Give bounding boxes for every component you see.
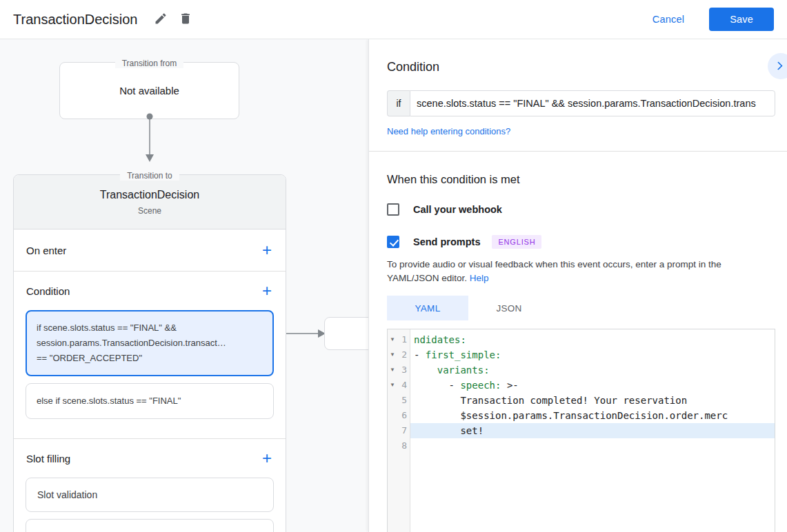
line-code: variants: bbox=[410, 362, 775, 378]
scene-name: TransactionDecision bbox=[100, 189, 199, 201]
slot-cards: Slot validationTransactionDecision bbox=[14, 478, 286, 532]
editor-line[interactable]: 5 Transaction completed! Your reservatio… bbox=[388, 393, 775, 408]
slot-card[interactable]: TransactionDecision bbox=[26, 519, 274, 532]
line-code bbox=[410, 438, 775, 453]
condition-cards: if scene.slots.status == "FINAL" &&sessi… bbox=[14, 310, 286, 438]
line-code: Transaction completed! Your reservation bbox=[410, 393, 775, 408]
add-condition-button[interactable]: + bbox=[261, 283, 273, 299]
editor-line[interactable]: 6 $session.params.TransactionDecision.or… bbox=[388, 408, 775, 423]
chevron-right-icon bbox=[774, 61, 783, 70]
fold-arrow-icon[interactable]: ▼ bbox=[388, 378, 397, 393]
add-on-enter-button[interactable]: + bbox=[261, 242, 273, 258]
fold-arrow-icon[interactable]: ▼ bbox=[388, 332, 397, 347]
fold-arrow-icon bbox=[388, 408, 397, 423]
call-webhook-checkbox[interactable] bbox=[387, 203, 399, 216]
cancel-button[interactable]: Cancel bbox=[652, 14, 684, 25]
transition-from-value: Not available bbox=[119, 85, 179, 96]
edit-scene-button[interactable] bbox=[148, 7, 173, 32]
condition-expression-row: if bbox=[387, 90, 775, 116]
condition-card-line: if scene.slots.status == "FINAL" && bbox=[37, 320, 263, 336]
line-number: 8 bbox=[397, 438, 410, 453]
condition-met-heading: When this condition is met bbox=[387, 173, 775, 186]
helper-help-link[interactable]: Help bbox=[470, 273, 489, 283]
slot-filling-label: Slot filling bbox=[26, 453, 70, 464]
line-code: ndidates: bbox=[410, 332, 775, 347]
condition-help: Need help entering conditions? bbox=[387, 126, 775, 136]
line-number: 2 bbox=[397, 347, 410, 362]
panel-heading: Condition bbox=[387, 60, 775, 74]
editor-line[interactable]: 8 bbox=[388, 438, 775, 453]
scene-type-label: Scene bbox=[138, 206, 161, 216]
editor-line[interactable]: ▼3 variants: bbox=[388, 362, 775, 378]
editor-rows: ▼1ndidates:▼2- first_simple:▼3 variants:… bbox=[388, 329, 775, 453]
fold-arrow-icon[interactable]: ▼ bbox=[388, 362, 397, 378]
condition-card-line: else if scene.slots.status == "FINAL" bbox=[37, 393, 263, 409]
webhook-row: Call your webhook bbox=[387, 203, 775, 216]
call-webhook-label: Call your webhook bbox=[413, 204, 502, 215]
editor-line[interactable]: ▼1ndidates: bbox=[388, 332, 775, 347]
condition-detail-panel: Condition if Need help entering conditio… bbox=[368, 39, 787, 532]
line-number: 5 bbox=[397, 393, 410, 408]
condition-help-link[interactable]: Need help entering conditions? bbox=[387, 126, 510, 136]
transition-from-legend: Transition from bbox=[60, 57, 239, 69]
slot-filling-section-header: Slot filling + bbox=[14, 439, 286, 478]
fold-arrow-icon bbox=[388, 393, 397, 408]
fold-arrow-icon bbox=[388, 438, 397, 453]
condition-card-line: session.params.TransactionDecision.trans… bbox=[37, 336, 263, 351]
transition-from-box: Transition from Not available bbox=[59, 62, 239, 119]
line-code: $session.params.TransactionDecision.orde… bbox=[410, 408, 775, 423]
on-enter-label: On enter bbox=[26, 245, 66, 256]
editor-line[interactable]: ▼4 - speech: >- bbox=[388, 378, 775, 393]
language-badge: ENGLISH bbox=[492, 235, 541, 249]
condition-card[interactable]: else if scene.slots.status == "FINAL" bbox=[26, 383, 274, 419]
scene-diagram-canvas: Transition from Not available Transition… bbox=[0, 39, 368, 532]
save-button[interactable]: Save bbox=[709, 8, 774, 31]
condition-card-line: == "ORDER_ACCEPTED" bbox=[37, 351, 263, 366]
add-slot-button[interactable]: + bbox=[261, 450, 273, 467]
transition-to-box: Transition to TransactionDecision Scene … bbox=[13, 174, 286, 532]
slot-card[interactable]: Slot validation bbox=[26, 478, 274, 512]
page-title: TransactionDecision bbox=[13, 12, 137, 28]
line-code: - first_simple: bbox=[410, 347, 775, 362]
line-code: set! bbox=[410, 423, 775, 438]
editor-line[interactable]: ▼2- first_simple: bbox=[388, 347, 775, 362]
send-prompts-label: Send prompts bbox=[413, 236, 480, 247]
fold-arrow-icon[interactable]: ▼ bbox=[388, 347, 397, 362]
line-number: 6 bbox=[397, 408, 410, 423]
condition-card[interactable]: if scene.slots.status == "FINAL" &&sessi… bbox=[26, 310, 274, 376]
condition-expression-input[interactable] bbox=[410, 90, 775, 116]
delete-scene-button[interactable] bbox=[173, 7, 198, 32]
panel-divider bbox=[369, 151, 787, 152]
on-enter-section-header: On enter + bbox=[14, 229, 286, 271]
scene-header: TransactionDecision Scene bbox=[14, 175, 286, 229]
pencil-icon bbox=[154, 12, 168, 28]
if-prefix-label: if bbox=[387, 90, 410, 116]
line-number: 3 bbox=[397, 362, 410, 378]
send-prompts-checkbox[interactable] bbox=[387, 236, 399, 248]
condition-section-label: Condition bbox=[26, 285, 70, 297]
prompts-row: Send prompts ENGLISH bbox=[387, 235, 775, 249]
top-bar: TransactionDecision Cancel Save bbox=[0, 0, 787, 39]
line-number: 1 bbox=[397, 332, 410, 347]
fold-arrow-icon bbox=[388, 423, 397, 438]
editor-line[interactable]: 7 set! bbox=[388, 423, 775, 438]
condition-section-header: Condition + bbox=[14, 272, 286, 310]
line-code: - speech: >- bbox=[410, 378, 775, 393]
yaml-code-editor[interactable]: ▼1ndidates:▼2- first_simple:▼3 variants:… bbox=[387, 329, 775, 532]
editor-format-tabs: YAMLJSON bbox=[387, 296, 775, 320]
trash-icon bbox=[179, 12, 192, 28]
prompts-helper-text: To provide audio or visual feedback when… bbox=[387, 258, 775, 285]
collapse-panel-button[interactable] bbox=[768, 53, 787, 79]
line-number: 7 bbox=[397, 423, 410, 438]
tab-json[interactable]: JSON bbox=[468, 296, 550, 320]
line-number: 4 bbox=[397, 378, 410, 393]
tab-yaml[interactable]: YAML bbox=[387, 296, 468, 320]
